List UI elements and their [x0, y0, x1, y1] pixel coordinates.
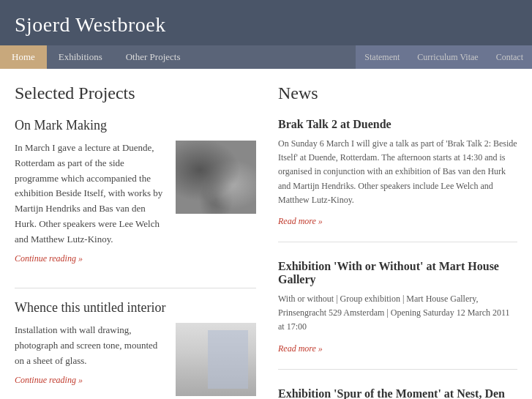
news-item: Exhibition 'Spur of the Moment' at Nest,… — [278, 387, 517, 400]
news-title: Brak Talk 2 at Duende — [278, 118, 517, 131]
left-column: Selected Projects On Mark Making In Marc… — [15, 83, 256, 399]
nav-item-statement[interactable]: Statement — [356, 45, 408, 69]
project-body: Installation with wall drawing, photogra… — [15, 323, 256, 396]
nav-item-other-projects[interactable]: Other Projects — [114, 45, 192, 69]
news-item: Brak Talk 2 at Duende On Sunday 6 March … — [278, 118, 517, 242]
project-image-audience — [176, 141, 256, 214]
project-text: In March I gave a lecture at Duende, Rot… — [15, 141, 167, 266]
main-nav: Home Exhibitions Other Projects Statemen… — [0, 45, 532, 69]
project-item: Whence this untitled interior Installati… — [15, 300, 256, 396]
news-text: On Sunday 6 March I will give a talk as … — [278, 137, 517, 207]
project-text: Installation with wall drawing, photogra… — [15, 323, 167, 396]
news-read-more[interactable]: Read more » — [278, 216, 323, 227]
project-image-interior — [176, 323, 256, 396]
main-content: Selected Projects On Mark Making In Marc… — [0, 69, 532, 399]
news-title: Exhibition 'Spur of the Moment' at Nest,… — [278, 387, 517, 400]
news-title: Exhibition 'With or Without' at Mart Hou… — [278, 260, 517, 286]
news-heading: News — [278, 83, 517, 103]
project-description: Installation with wall drawing, photogra… — [15, 323, 167, 368]
selected-projects-heading: Selected Projects — [15, 83, 256, 103]
project-item: On Mark Making In March I gave a lecture… — [15, 118, 256, 266]
nav-item-home[interactable]: Home — [0, 45, 47, 69]
project-description: In March I gave a lecture at Duende, Rot… — [15, 141, 167, 247]
project-read-more[interactable]: Continue reading » — [15, 373, 83, 387]
site-header: Sjoerd Westbroek — [0, 0, 532, 45]
project-title: Whence this untitled interior — [15, 300, 256, 316]
site-title: Sjoerd Westbroek — [15, 13, 517, 37]
project-read-more[interactable]: Continue reading » — [15, 252, 83, 266]
divider — [15, 288, 256, 288]
project-title: On Mark Making — [15, 118, 256, 133]
nav-right: Statement Curriculum Vitae Contact — [356, 45, 532, 69]
news-item: Exhibition 'With or Without' at Mart Hou… — [278, 260, 517, 370]
news-text: With or without | Group exhibition | Mar… — [278, 292, 517, 335]
nav-item-exhibitions[interactable]: Exhibitions — [47, 45, 114, 69]
project-body: In March I gave a lecture at Duende, Rot… — [15, 141, 256, 266]
news-read-more[interactable]: Read more » — [278, 343, 323, 354]
nav-item-contact[interactable]: Contact — [487, 45, 532, 69]
nav-left: Home Exhibitions Other Projects — [0, 45, 192, 69]
right-column: News Brak Talk 2 at Duende On Sunday 6 M… — [278, 83, 517, 399]
nav-item-cv[interactable]: Curriculum Vitae — [408, 45, 487, 69]
